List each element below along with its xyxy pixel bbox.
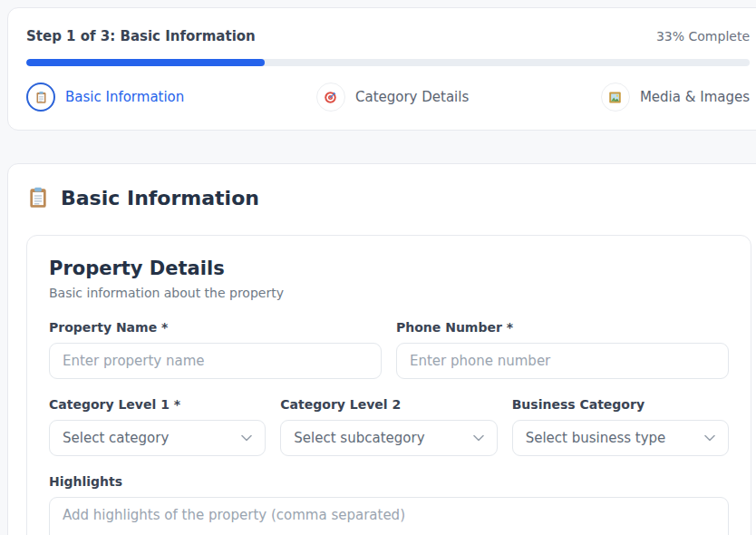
business-category-group: Business Category Select business type bbox=[512, 397, 729, 456]
chevron-down-icon bbox=[704, 434, 715, 442]
highlights-label: Highlights bbox=[49, 474, 729, 489]
highlights-textarea[interactable] bbox=[49, 497, 729, 535]
category-level-1-select[interactable]: Select category bbox=[49, 420, 266, 456]
framed-picture-icon bbox=[608, 91, 622, 104]
basic-information-section: Basic Information Property Details Basic… bbox=[7, 163, 756, 535]
name-phone-row: Property Name * Phone Number * bbox=[49, 320, 729, 379]
progress-header: Step 1 of 3: Basic Information 33% Compl… bbox=[26, 28, 750, 44]
card-title: Property Details bbox=[49, 258, 729, 279]
category-level-2-group: Category Level 2 Select subcategory bbox=[280, 397, 497, 456]
phone-number-label: Phone Number * bbox=[396, 320, 729, 335]
step-media-images[interactable]: Media & Images bbox=[601, 83, 750, 112]
wizard-steps: Basic Information Category Details bbox=[26, 83, 750, 112]
category-level-2-select[interactable]: Select subcategory bbox=[280, 420, 497, 456]
step-media-images-circle bbox=[601, 83, 630, 112]
clipboard-icon bbox=[34, 91, 48, 104]
step-category-details[interactable]: Category Details bbox=[316, 83, 469, 112]
wizard-step-title: Step 1 of 3: Basic Information bbox=[26, 28, 256, 44]
step-basic-information-circle bbox=[26, 83, 55, 112]
chevron-down-icon bbox=[241, 434, 252, 442]
business-category-value: Select business type bbox=[526, 430, 666, 446]
step-category-details-circle bbox=[316, 83, 345, 112]
wizard-progress-card: Step 1 of 3: Basic Information 33% Compl… bbox=[7, 7, 756, 131]
category-row: Category Level 1 * Select category Categ… bbox=[49, 397, 729, 456]
property-details-card: Property Details Basic information about… bbox=[26, 235, 751, 535]
section-title: Basic Information bbox=[61, 187, 259, 209]
clipboard-icon bbox=[26, 186, 50, 209]
category-level-1-label: Category Level 1 * bbox=[49, 397, 266, 412]
category-level-2-value: Select subcategory bbox=[294, 430, 424, 446]
step-category-details-label: Category Details bbox=[355, 89, 469, 105]
progress-bar-track bbox=[26, 59, 750, 66]
category-level-2-label: Category Level 2 bbox=[280, 397, 497, 412]
card-subtitle: Basic information about the property bbox=[49, 286, 729, 300]
step-basic-information-label: Basic Information bbox=[65, 89, 184, 105]
chevron-down-icon bbox=[473, 434, 484, 442]
property-name-label: Property Name * bbox=[49, 320, 382, 335]
business-category-label: Business Category bbox=[512, 397, 729, 412]
progress-fill bbox=[26, 59, 265, 66]
category-level-1-value: Select category bbox=[63, 430, 169, 446]
category-level-1-group: Category Level 1 * Select category bbox=[49, 397, 266, 456]
section-header: Basic Information bbox=[26, 186, 750, 209]
phone-number-input[interactable] bbox=[396, 343, 729, 379]
property-name-group: Property Name * bbox=[49, 320, 382, 379]
highlights-group: Highlights bbox=[49, 474, 729, 535]
step-basic-information[interactable]: Basic Information bbox=[26, 83, 184, 112]
business-category-select[interactable]: Select business type bbox=[512, 420, 729, 456]
target-icon bbox=[324, 91, 337, 104]
property-name-input[interactable] bbox=[49, 343, 382, 379]
phone-number-group: Phone Number * bbox=[396, 320, 729, 379]
step-media-images-label: Media & Images bbox=[640, 89, 750, 105]
progress-percent-label: 33% Complete bbox=[656, 29, 750, 44]
